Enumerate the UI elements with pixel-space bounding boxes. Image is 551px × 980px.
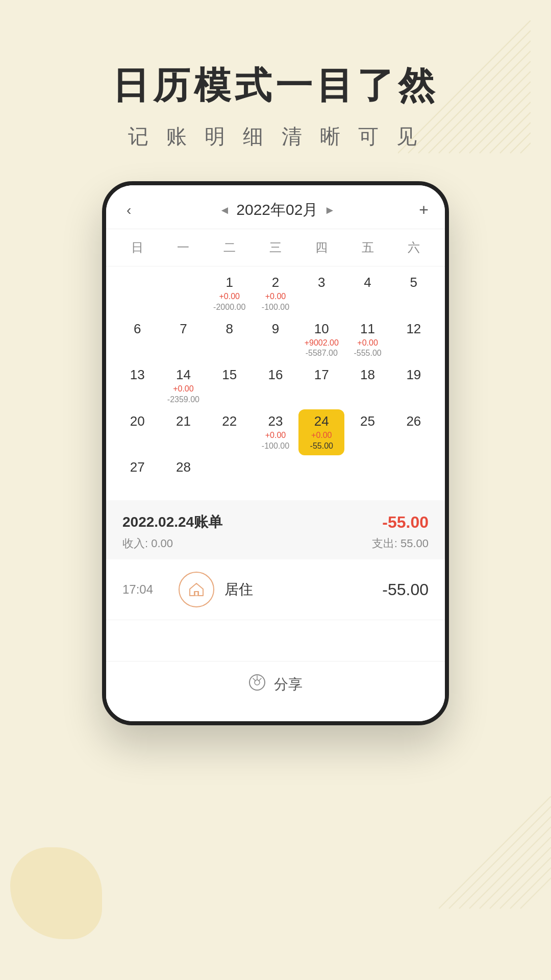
cal-day-1[interactable]: 1 +0.00 -2000.00 <box>207 271 253 317</box>
cal-day-empty <box>298 455 344 496</box>
svg-rect-22 <box>195 592 198 596</box>
svg-line-20 <box>510 868 551 909</box>
cal-day-empty <box>253 455 298 496</box>
transaction-item[interactable]: 17:04 居住 -55.00 <box>106 559 445 620</box>
main-title: 日历模式一目了然 <box>0 61 551 110</box>
bottom-bar: 分享 <box>106 661 445 707</box>
cal-day-7[interactable]: 7 <box>160 317 206 363</box>
svg-line-17 <box>480 837 551 909</box>
cal-day-17[interactable]: 17 <box>298 363 344 409</box>
cal-day-empty <box>160 271 206 317</box>
cal-day-9[interactable]: 9 <box>253 317 298 363</box>
weekday-thu: 四 <box>298 235 344 260</box>
weekday-sun: 日 <box>114 235 160 260</box>
svg-line-19 <box>500 857 551 909</box>
cal-day-28[interactable]: 28 <box>160 455 206 496</box>
sub-title: 记 账 明 细 清 晰 可 见 <box>0 122 551 151</box>
phone-content: ‹ ◄ 2022年02月 ► + 日 一 二 三 四 五 六 <box>106 185 445 721</box>
bill-date-title: 2022.02.24账单 <box>122 512 222 532</box>
cal-day-23[interactable]: 23 +0.00 -100.00 <box>253 409 298 456</box>
cal-day-18[interactable]: 18 <box>344 363 390 409</box>
cal-day-empty <box>207 455 253 496</box>
cal-day-13[interactable]: 13 <box>114 363 160 409</box>
cal-day-26[interactable]: 26 <box>391 409 437 456</box>
cal-day-2[interactable]: 2 +0.00 -100.00 <box>253 271 298 317</box>
bill-section: 2022.02.24账单 -55.00 收入: 0.00 支出: 55.00 <box>106 500 445 559</box>
prev-month-button[interactable]: ◄ <box>219 204 230 217</box>
cal-day-25[interactable]: 25 <box>344 409 390 456</box>
month-label: 2022年02月 <box>236 200 318 220</box>
phone-mockup: ‹ ◄ 2022年02月 ► + 日 一 二 三 四 五 六 <box>102 181 449 725</box>
cal-day-4[interactable]: 4 <box>344 271 390 317</box>
cal-day-11[interactable]: 11 +0.00 -555.00 <box>344 317 390 363</box>
cal-day-12[interactable]: 12 <box>391 317 437 363</box>
transaction-icon <box>179 572 214 607</box>
cal-day-6[interactable]: 6 <box>114 317 160 363</box>
cal-day-22[interactable]: 22 <box>207 409 253 456</box>
bill-expense-label: 支出: 55.00 <box>372 536 429 551</box>
bill-total: -55.00 <box>382 513 429 532</box>
deco-lines-bottom-right <box>439 796 551 939</box>
transaction-name: 居住 <box>224 580 382 599</box>
cal-day-10[interactable]: 10 +9002.00 -5587.00 <box>298 317 344 363</box>
svg-line-16 <box>469 827 551 909</box>
bill-header: 2022.02.24账单 -55.00 <box>122 512 429 532</box>
share-text[interactable]: 分享 <box>274 675 303 694</box>
cal-day-empty <box>344 455 390 496</box>
deco-blob-bottom-left <box>10 847 102 939</box>
share-icon <box>248 674 266 695</box>
back-button[interactable]: ‹ <box>122 200 135 220</box>
bill-sub: 收入: 0.00 支出: 55.00 <box>122 536 429 551</box>
cal-day-19[interactable]: 19 <box>391 363 437 409</box>
spacer <box>106 620 445 661</box>
home-icon <box>187 580 206 599</box>
cal-day-24-today[interactable]: 24 +0.00 -55.00 <box>298 409 344 456</box>
cal-day-8[interactable]: 8 <box>207 317 253 363</box>
weekday-sat: 六 <box>391 235 437 260</box>
weekday-fri: 五 <box>344 235 390 260</box>
header-section: 日历模式一目了然 记 账 明 细 清 晰 可 见 <box>0 0 551 181</box>
cal-day-5[interactable]: 5 <box>391 271 437 317</box>
phone-frame: ‹ ◄ 2022年02月 ► + 日 一 二 三 四 五 六 <box>102 181 449 725</box>
calendar-grid: 1 +0.00 -2000.00 2 +0.00 -100.00 3 4 5 <box>106 266 445 500</box>
cal-day-15[interactable]: 15 <box>207 363 253 409</box>
svg-line-15 <box>459 817 551 909</box>
calendar-title: ◄ 2022年02月 ► <box>219 200 335 220</box>
cal-day-3[interactable]: 3 <box>298 271 344 317</box>
weekday-wed: 三 <box>253 235 298 260</box>
cal-day-empty <box>114 271 160 317</box>
cal-day-27[interactable]: 27 <box>114 455 160 496</box>
calendar-header: ‹ ◄ 2022年02月 ► + <box>106 185 445 229</box>
weekday-tue: 二 <box>207 235 253 260</box>
cal-day-empty <box>391 455 437 496</box>
bill-income-label: 收入: 0.00 <box>122 536 173 551</box>
svg-line-13 <box>439 796 551 909</box>
weekday-mon: 一 <box>160 235 206 260</box>
svg-line-18 <box>490 847 551 909</box>
cal-day-16[interactable]: 16 <box>253 363 298 409</box>
cal-day-20[interactable]: 20 <box>114 409 160 456</box>
weekday-row: 日 一 二 三 四 五 六 <box>106 229 445 266</box>
cal-day-21[interactable]: 21 <box>160 409 206 456</box>
transaction-amount: -55.00 <box>382 580 429 599</box>
cal-day-14[interactable]: 14 +0.00 -2359.00 <box>160 363 206 409</box>
transaction-time: 17:04 <box>122 582 168 597</box>
add-button[interactable]: + <box>419 201 429 219</box>
next-month-button[interactable]: ► <box>324 204 335 217</box>
